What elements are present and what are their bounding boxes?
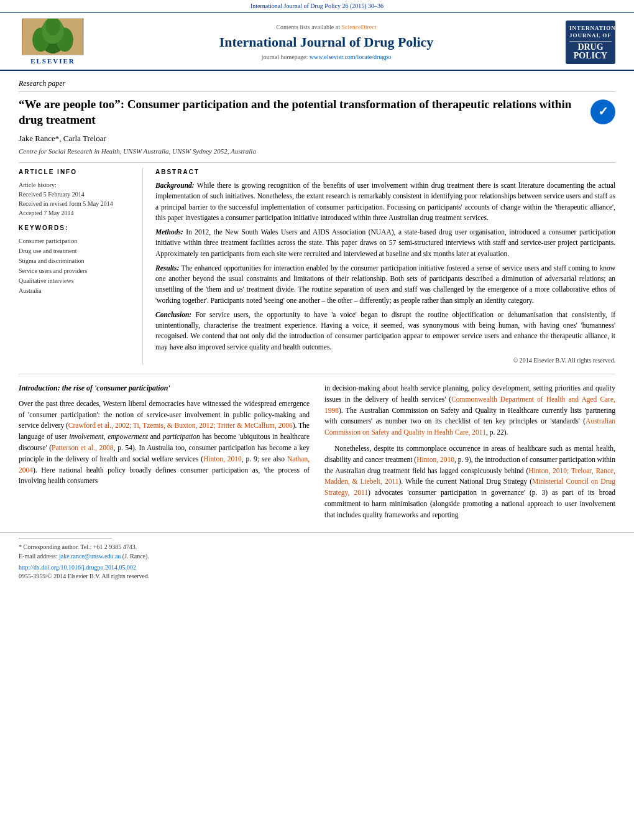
footnote-star-note: * Corresponding author. Tel.: +61 2 9385… xyxy=(19,543,137,550)
elsevier-logo: ELSEVIER xyxy=(19,18,87,66)
abstract-results: Results: The enhanced opportunities for … xyxy=(155,263,615,306)
article-section: Research paper “We are people too”: Cons… xyxy=(0,71,634,365)
body-content: Introduction: the rise of 'consumer part… xyxy=(0,383,634,526)
article-info-heading: ARTICLE INFO xyxy=(19,168,134,177)
keyword-4: Service users and providers xyxy=(19,266,134,276)
section-divider xyxy=(19,374,615,374)
dp-logo-top: INTERNATIONAL JOURNAL OF xyxy=(569,24,612,42)
abstract-background: Background: While there is growing recog… xyxy=(155,180,615,223)
footnote-email-suffix: (J. Rance). xyxy=(121,553,149,560)
article-info-abstract: ARTICLE INFO Article history: Received 5… xyxy=(19,162,615,365)
journal-title-block: Contents lists available at ScienceDirec… xyxy=(87,23,566,62)
article-history: Article history: Received 5 February 201… xyxy=(19,180,134,218)
link-nathan[interactable]: Nathan, 2004 xyxy=(19,455,310,474)
journal-citation: International Journal of Drug Policy 26 … xyxy=(250,2,384,9)
homepage-prefix: journal homepage: xyxy=(262,53,310,60)
abstract-conclusion: Conclusion: For service users, the oppor… xyxy=(155,310,615,353)
body-left-para-1: Over the past three decades, Western lib… xyxy=(19,399,310,487)
footnote-doi: http://dx.doi.org/10.1016/j.drugpo.2014.… xyxy=(19,563,615,572)
intro-heading: Introduction: the rise of 'consumer part… xyxy=(19,383,310,394)
methods-text: In 2012, the New South Wales Users and A… xyxy=(155,228,615,257)
body-right-col: in decision-making about health service … xyxy=(324,383,615,526)
footnote-email-line: E-mail address: jake.rance@unsw.edu.au (… xyxy=(19,552,615,561)
drug-policy-logo: INTERNATIONAL JOURNAL OF DRUG POLICY xyxy=(566,21,615,64)
link-hinton2[interactable]: Hinton, 2010 xyxy=(416,456,454,463)
sciencedirect-line: Contents lists available at ScienceDirec… xyxy=(99,23,553,32)
footnote-section: * Corresponding author. Tel.: +61 2 9385… xyxy=(0,532,634,586)
dp-logo-drug: DRUG xyxy=(577,43,603,52)
results-text: The enhanced opportunities for interacti… xyxy=(155,264,615,304)
affiliation: Centre for Social Research in Health, UN… xyxy=(19,147,615,156)
revised-date: Received in revised form 5 May 2014 xyxy=(19,199,134,208)
abstract-methods: Methods: In 2012, the New South Wales Us… xyxy=(155,227,615,259)
received-date: Received 5 February 2014 xyxy=(19,190,134,199)
dp-logo-policy: POLICY xyxy=(574,52,607,60)
footnote-email-label: E-mail address: xyxy=(19,553,59,560)
link-patterson[interactable]: Patterson et al., 2008 xyxy=(52,444,113,451)
results-label: Results: xyxy=(155,264,179,272)
elsevier-tree-image xyxy=(22,18,84,55)
sciencedirect-prefix: Contents lists available at xyxy=(276,24,341,30)
link-commonwealth[interactable]: Commonwealth Department of Health and Ag… xyxy=(324,395,615,414)
keyword-2: Drug use and treatment xyxy=(19,246,134,256)
homepage-line: journal homepage: www.elsevier.com/locat… xyxy=(99,53,553,62)
elsevier-label: ELSEVIER xyxy=(30,57,75,66)
page-wrapper: International Journal of Drug Policy 26 … xyxy=(0,0,634,586)
background-label: Background: xyxy=(155,182,195,189)
body-right-para-1: in decision-making about health service … xyxy=(324,383,615,438)
abstract-col: ABSTRACT Background: While there is grow… xyxy=(155,168,615,365)
journal-name: International Journal of Drug Policy xyxy=(99,34,553,50)
conclusion-text: For service users, the opportunity to ha… xyxy=(155,311,615,351)
conclusion-label: Conclusion: xyxy=(155,311,191,318)
footnote-divider xyxy=(19,538,112,538)
methods-label: Methods: xyxy=(155,228,183,236)
link-australian-commission-1[interactable]: Australian Commission on Safety and Qual… xyxy=(324,417,615,436)
article-info-col: ARTICLE INFO Article history: Received 5… xyxy=(19,168,143,365)
body-left-col: Introduction: the rise of 'consumer part… xyxy=(19,383,310,526)
abstract-content: Background: While there is growing recog… xyxy=(155,180,615,365)
abstract-heading: ABSTRACT xyxy=(155,168,615,177)
sciencedirect-link[interactable]: ScienceDirect xyxy=(341,24,376,30)
keywords-heading: Keywords: xyxy=(19,224,134,233)
footnote-email-link[interactable]: jake.rance@unsw.edu.au xyxy=(59,553,121,560)
svg-text:✓: ✓ xyxy=(598,104,609,118)
doi-link[interactable]: http://dx.doi.org/10.1016/j.drugpo.2014.… xyxy=(19,564,136,571)
accepted-date: Accepted 7 May 2014 xyxy=(19,208,134,218)
keyword-5: Qualitative interviews xyxy=(19,276,134,286)
history-heading: Article history: xyxy=(19,180,134,190)
body-left-text: Over the past three decades, Western lib… xyxy=(19,399,310,487)
background-text: While there is growing recognition of th… xyxy=(155,182,615,221)
authors: Jake Rance*, Carla Treloar xyxy=(19,133,615,144)
footnote-issn: 0955-3959/© 2014 Elsevier B.V. All right… xyxy=(19,572,615,581)
footnote-star: * Corresponding author. Tel.: +61 2 9385… xyxy=(19,542,615,552)
homepage-url[interactable]: www.elsevier.com/locate/drugpo xyxy=(310,53,392,60)
article-type: Research paper xyxy=(19,78,615,92)
article-title-row: “We are people too”: Consumer participat… xyxy=(19,97,615,127)
body-right-text: in decision-making about health service … xyxy=(324,383,615,521)
copyright-line: © 2014 Elsevier B.V. All rights reserved… xyxy=(155,356,615,365)
body-right-para-2: Nonetheless, despite its commonplace occ… xyxy=(324,443,615,521)
keywords-section: Keywords: Consumer participation Drug us… xyxy=(19,224,134,296)
keyword-3: Stigma and discrimination xyxy=(19,256,134,266)
article-title: “We are people too”: Consumer participat… xyxy=(19,97,590,127)
top-banner: International Journal of Drug Policy 26 … xyxy=(0,0,634,13)
journal-header: ELSEVIER Contents lists available at Sci… xyxy=(0,13,634,71)
crossmark-badge: ✓ xyxy=(590,99,615,124)
keyword-1: Consumer participation xyxy=(19,236,134,246)
keyword-6: Australia xyxy=(19,286,134,296)
link-crawford[interactable]: Crawford et al., 2002; Ti, Tzemis, & Bux… xyxy=(68,422,293,429)
link-hinton[interactable]: Hinton, 2010 xyxy=(203,455,242,463)
